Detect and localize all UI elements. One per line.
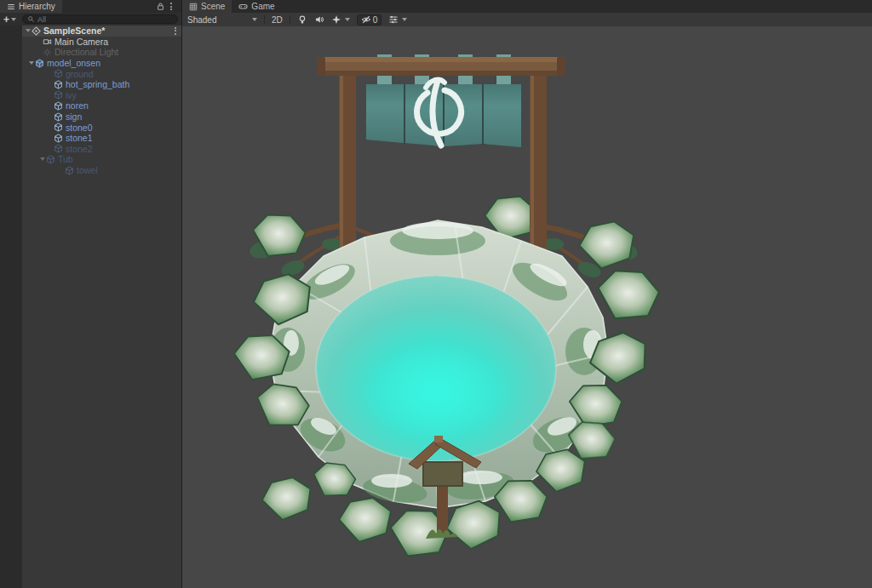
item-label: SampleScene*	[43, 26, 105, 36]
cube-icon	[54, 80, 63, 89]
item-label: Main Camera	[54, 37, 108, 47]
tab-hierarchy[interactable]: Hierarchy	[0, 0, 62, 13]
hierarchy-panel: Hierarchy + Samp	[0, 0, 182, 588]
hierarchy-toolbar: +	[0, 13, 181, 26]
hierarchy-item-towel[interactable]: towel	[22, 165, 181, 176]
cube-icon	[54, 134, 63, 143]
tab-game[interactable]: Game	[232, 0, 281, 13]
gamepad-icon	[238, 2, 248, 11]
scene-grid-icon	[189, 3, 198, 11]
eye-slash-icon	[361, 14, 371, 25]
hierarchy-item-ground[interactable]: ground	[22, 68, 181, 79]
item-label: sign	[66, 111, 82, 122]
scene-options-icon[interactable]	[175, 27, 176, 35]
unity-scene-icon	[32, 26, 41, 36]
chevron-down-icon	[345, 18, 350, 21]
chevron-down-icon	[252, 18, 257, 21]
noren-beam	[317, 57, 565, 76]
cube-icon	[54, 69, 63, 78]
hierarchy-item-hot-spring-bath[interactable]: hot_spring_bath	[22, 79, 181, 90]
hierarchy-item-samplescene[interactable]: SampleScene*	[22, 26, 181, 37]
lock-icon[interactable]	[156, 2, 165, 11]
cube-icon	[54, 112, 63, 122]
hierarchy-item-noren[interactable]: noren	[22, 100, 181, 111]
hierarchy-item-sign[interactable]: sign	[22, 111, 181, 123]
item-label: stone2	[66, 144, 93, 154]
cube-icon	[46, 155, 55, 164]
item-label: towel	[77, 165, 98, 175]
cube-icon	[54, 90, 63, 100]
chevron-down-icon	[11, 18, 16, 21]
item-label: Directional Light	[54, 47, 118, 57]
item-label: model_onsen	[47, 58, 100, 68]
effects-icon	[331, 14, 341, 25]
hierarchy-item-stone0[interactable]: stone0	[22, 122, 181, 133]
hierarchy-item-tub[interactable]: Tub	[22, 154, 181, 165]
light-icon	[43, 48, 52, 57]
tab-scene[interactable]: Scene	[182, 0, 232, 13]
prefab-model-icon	[35, 59, 44, 68]
scene-effects-dropdown[interactable]	[331, 14, 350, 25]
scene-panel: Scene Game Shaded 2D	[182, 0, 872, 588]
search-input[interactable]	[37, 15, 173, 24]
plus-icon: +	[3, 15, 9, 24]
item-label: noren	[66, 100, 89, 111]
hierarchy-tab-label: Hierarchy	[19, 2, 55, 11]
gizmos-sliders-icon	[388, 14, 399, 25]
scene-viewport[interactable]	[182, 26, 872, 588]
hierarchy-item-stone2[interactable]: stone2	[22, 144, 181, 155]
unity-editor-window: Hierarchy + Samp	[0, 0, 872, 588]
foldout-arrow-icon[interactable]	[38, 157, 46, 161]
item-label: Tub	[58, 154, 73, 164]
item-label: stone0	[66, 123, 93, 133]
hierarchy-item-stone1[interactable]: stone1	[22, 133, 181, 144]
item-label: ivy	[66, 90, 77, 100]
scene-audio-icon[interactable]	[314, 14, 324, 25]
foldout-arrow-icon[interactable]	[24, 29, 32, 32]
list-icon	[7, 3, 15, 11]
hot-spring-water[interactable]	[316, 276, 556, 461]
chevron-down-icon	[402, 18, 407, 21]
hierarchy-tab-bar: Hierarchy	[0, 0, 181, 13]
cube-icon	[54, 144, 63, 153]
scene-toolbar: Shaded 2D 0	[182, 13, 872, 26]
cube-icon	[54, 101, 63, 111]
gizmos-dropdown[interactable]	[388, 14, 407, 25]
add-gameobject-button[interactable]: +	[3, 15, 16, 24]
hierarchy-item-directional-light[interactable]: Directional Light	[22, 47, 181, 58]
hidden-count: 0	[373, 15, 378, 25]
hierarchy-item-ivy[interactable]: ivy	[22, 90, 181, 101]
foldout-arrow-icon[interactable]	[27, 61, 35, 65]
item-label: stone1	[66, 133, 93, 143]
hierarchy-menu-icon[interactable]	[170, 3, 172, 10]
scene-tab-bar: Scene Game	[182, 0, 872, 13]
hierarchy-search-field[interactable]	[22, 14, 178, 24]
hierarchy-tree: SampleScene* Main Camera Directional Lig…	[0, 26, 181, 588]
hierarchy-gutter	[0, 26, 22, 588]
search-icon	[27, 15, 35, 23]
scene-tab-label: Scene	[201, 2, 225, 11]
hierarchy-item-main-camera[interactable]: Main Camera	[22, 37, 181, 48]
cube-icon	[54, 123, 63, 132]
item-label: hot_spring_bath	[66, 79, 129, 89]
camera-icon	[43, 37, 52, 46]
2d-label: 2D	[272, 15, 283, 25]
cube-icon	[65, 166, 74, 175]
scene-lighting-icon[interactable]	[297, 14, 307, 25]
hierarchy-item-model-onsen[interactable]: model_onsen	[22, 58, 181, 69]
game-tab-label: Game	[251, 2, 274, 11]
hidden-objects-button[interactable]: 0	[357, 14, 382, 26]
draw-mode-dropdown[interactable]: Shaded	[187, 15, 257, 25]
toggle-2d-button[interactable]: 2D	[272, 15, 283, 25]
item-label: ground	[66, 69, 94, 79]
draw-mode-label: Shaded	[187, 15, 216, 25]
